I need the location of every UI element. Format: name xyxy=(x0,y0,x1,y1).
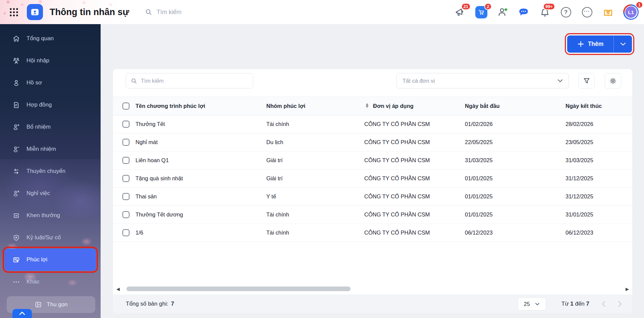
avatar-badge: 1 xyxy=(636,1,643,8)
next-page-button[interactable] xyxy=(618,301,622,307)
contract-icon xyxy=(12,101,20,109)
sidebar-item-nghi-viec[interactable]: Nghỉ việc xyxy=(0,182,101,204)
row-checkbox[interactable] xyxy=(122,121,129,128)
column-header-unit[interactable]: Đơn vị áp dụng xyxy=(364,103,465,109)
sidebar-item-label: Nghỉ việc xyxy=(26,190,50,197)
benefit-card-icon xyxy=(12,256,20,264)
row-checkbox[interactable] xyxy=(122,229,129,236)
filter-button[interactable] xyxy=(578,73,595,88)
total-records: Tổng số bản ghi:7 xyxy=(126,301,174,307)
plus-icon xyxy=(577,41,584,48)
table-row[interactable]: Thưởng Tết dương Tài chính CÔNG TY CỔ PH… xyxy=(113,206,632,224)
table-row[interactable]: Tặng quà sinh nhật Giải trí CÔNG TY CỔ P… xyxy=(113,170,632,188)
scroll-right-arrow[interactable]: ▶ xyxy=(625,287,630,291)
global-search-input[interactable] xyxy=(157,9,230,16)
add-dropdown-caret[interactable] xyxy=(614,36,632,53)
column-header-name[interactable]: Tên chương trình phúc lợi xyxy=(136,103,266,109)
row-checkbox[interactable] xyxy=(122,157,129,164)
bell-badge: 99+ xyxy=(543,3,555,10)
sidebar-item-khen-thuong[interactable]: Khen thưởng xyxy=(0,204,101,227)
ellipsis-icon xyxy=(12,278,20,286)
more-icon[interactable]: ··· xyxy=(581,6,593,18)
sidebar-item-ho-so[interactable]: Hồ sơ xyxy=(0,72,101,94)
chat-icon[interactable] xyxy=(518,6,530,18)
table-row[interactable]: Nghỉ mát Du lịch CÔNG TY CỔ PHẦN CSM 22/… xyxy=(113,133,632,151)
scroll-left-arrow[interactable]: ◀ xyxy=(116,287,120,291)
expand-button[interactable] xyxy=(12,309,32,318)
column-header-end[interactable]: Ngày kết thúc xyxy=(566,103,605,109)
row-checkbox[interactable] xyxy=(122,175,129,182)
top-bar: Thông tin nhân sự 21 xyxy=(0,0,644,24)
sidebar-item-phuc-loi[interactable]: Phúc lợi xyxy=(5,249,96,271)
row-checkbox[interactable] xyxy=(122,139,129,146)
search-icon xyxy=(130,77,138,84)
sidebar-item-hoi-nhap[interactable]: Hội nhập xyxy=(0,50,101,72)
sidebar-item-thuyen-chuyen[interactable]: Thuyên chuyển xyxy=(0,160,101,182)
row-checkbox[interactable] xyxy=(122,211,129,218)
bell-icon[interactable]: 99+ xyxy=(539,6,551,18)
grid-menu-icon[interactable] xyxy=(8,6,19,18)
prev-page-button[interactable] xyxy=(601,301,606,307)
table-row[interactable]: Liên hoan Q1 Giải trí CÔNG TY CỔ PHẦN CS… xyxy=(113,151,632,170)
table-row[interactable]: Thai sản Y tế CÔNG TY CỔ PHẦN CSM 01/01/… xyxy=(113,188,632,206)
sidebar-item-ky-luat[interactable]: Kỷ luật/Sự cố xyxy=(0,227,101,249)
page-size-select[interactable]: 25 xyxy=(518,297,546,311)
sidebar-item-label: Thuyên chuyển xyxy=(26,168,65,175)
unit-filter-value: Tất cả đơn vị xyxy=(402,78,435,84)
scrollbar-thumb[interactable] xyxy=(126,287,351,291)
table-row[interactable]: Thưởng Tết Tài chính CÔNG TY CỔ PHẦN CSM… xyxy=(113,115,632,133)
chevron-down-icon xyxy=(557,79,563,82)
add-button[interactable]: Thêm xyxy=(567,36,632,53)
total-records-value: 7 xyxy=(171,301,174,307)
sidebar-item-label: Hợp đồng xyxy=(26,102,52,108)
select-all-checkbox[interactable] xyxy=(122,103,129,110)
cart-icon[interactable]: 2 xyxy=(475,6,487,18)
help-icon[interactable]: ? xyxy=(560,6,572,18)
megaphone-icon[interactable]: 21 xyxy=(454,6,466,18)
person-x-icon xyxy=(12,189,20,198)
collapse-label: Thu gọn xyxy=(47,301,67,308)
person-minus-icon xyxy=(12,145,20,153)
sidebar-item-label: Kỷ luật/Sự cố xyxy=(26,234,61,241)
megaphone-badge: 21 xyxy=(461,3,471,10)
sidebar-item-label: Hồ sơ xyxy=(26,79,42,86)
hr-app-icon[interactable] xyxy=(27,4,43,20)
global-search[interactable] xyxy=(145,8,230,16)
page-size-value: 25 xyxy=(524,301,530,307)
sidebar-item-khac[interactable]: Khác xyxy=(0,271,101,293)
sidebar-item-label: Khen thưởng xyxy=(26,212,60,219)
user-avatar[interactable]: L1 1 xyxy=(623,4,639,20)
person-plus-icon xyxy=(12,123,20,131)
sidebar-item-bo-nhiem[interactable]: Bổ nhiệm xyxy=(0,116,101,138)
scrollbar-track[interactable] xyxy=(123,287,622,291)
table-search-input[interactable] xyxy=(141,78,249,84)
benefits-card: Tất cả đơn vị Tên chương trình p xyxy=(113,69,632,313)
table-header-row: Tên chương trình phúc lợi Nhóm phúc lợi … xyxy=(113,97,632,115)
handbook-icon[interactable] xyxy=(602,6,614,18)
table-footer: Tổng số bản ghi:7 25 Từ 1 đến 7 xyxy=(113,295,632,313)
sidebar-nav: Tổng quan Hội nhập Hồ sơ Hợp đồng xyxy=(0,27,101,293)
person-icon xyxy=(12,79,20,87)
shield-x-icon xyxy=(12,234,20,242)
sidebar-item-tong-quan[interactable]: Tổng quan xyxy=(0,27,101,50)
horizontal-scrollbar[interactable]: ◀ ▶ xyxy=(116,286,630,292)
chevron-left-icon xyxy=(601,301,606,307)
sidebar-item-mien-nhiem[interactable]: Miễn nhiệm xyxy=(0,138,101,160)
sidebar-item-label: Khác xyxy=(26,278,40,285)
page-title: Thông tin nhân sự xyxy=(50,7,129,17)
table-search[interactable] xyxy=(126,73,253,88)
settings-button[interactable] xyxy=(605,73,621,88)
table-row[interactable]: 1/6 Tài chính CÔNG TY CỔ PHẦN CSM 06/12/… xyxy=(113,224,632,242)
sidebar-item-hop-dong[interactable]: Hợp đồng xyxy=(0,94,101,116)
person-add-icon[interactable] xyxy=(496,6,508,18)
row-checkbox[interactable] xyxy=(122,193,129,200)
column-header-start[interactable]: Ngày bắt đầu xyxy=(465,103,566,109)
funnel-icon xyxy=(583,77,591,85)
sidebar-item-label: Bổ nhiệm xyxy=(26,124,51,130)
reward-ticket-icon xyxy=(12,211,20,220)
unit-filter-select[interactable]: Tất cả đơn vị xyxy=(396,73,569,88)
add-button-label: Thêm xyxy=(588,41,604,48)
column-header-group[interactable]: Nhóm phúc lợi xyxy=(266,103,364,109)
sidebar-item-label: Miễn nhiệm xyxy=(26,146,56,152)
filter-row: Tất cả đơn vị xyxy=(113,69,632,88)
